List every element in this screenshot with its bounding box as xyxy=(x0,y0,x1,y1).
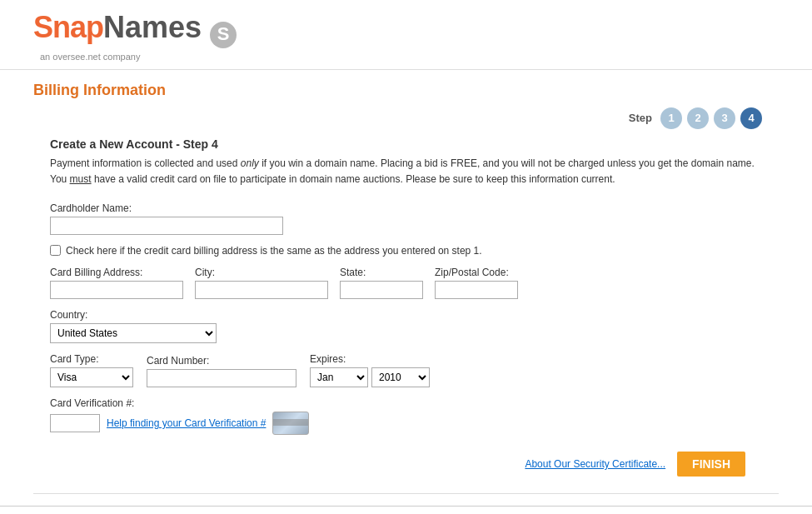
cvv-help-link[interactable]: Help finding your Card Verification # xyxy=(107,417,266,429)
expires-month-select[interactable]: Jan Feb Mar Apr May Jun Jul Aug Sep Oct … xyxy=(310,367,368,387)
zip-label: Zip/Postal Code: xyxy=(435,267,518,278)
city-label: City: xyxy=(195,267,328,278)
logo-tagline: an oversee.net company xyxy=(40,52,140,62)
card-number-input[interactable] xyxy=(147,369,296,387)
country-select[interactable]: United States Canada United Kingdom Aust… xyxy=(50,323,217,343)
logo-names: Names xyxy=(103,10,202,44)
city-input[interactable] xyxy=(195,281,328,299)
main-content: Create a New Account - Step 4 Payment in… xyxy=(0,137,812,493)
logo-icon: S xyxy=(208,20,238,50)
same-address-checkbox[interactable] xyxy=(50,245,61,256)
step-4[interactable]: 4 xyxy=(740,107,762,129)
card-number-group: Card Number: xyxy=(147,355,296,387)
cardholder-group: Cardholder Name: xyxy=(50,202,762,235)
step-1[interactable]: 1 xyxy=(660,107,682,129)
billing-address-row: Card Billing Address: City: State: Zip/P… xyxy=(50,267,762,299)
footer-divider xyxy=(33,493,779,494)
cardholder-label: Cardholder Name: xyxy=(50,202,762,214)
logo-snap: Snap xyxy=(33,10,103,44)
page-title: Billing Information xyxy=(0,70,812,107)
section-title: Create a New Account - Step 4 xyxy=(50,137,762,151)
country-row: Country: United States Canada United Kin… xyxy=(50,309,762,343)
security-certificate-link[interactable]: About Our Security Certificate... xyxy=(525,458,665,470)
card-type-group: Card Type: Visa MasterCard American Expr… xyxy=(50,353,133,387)
expires-selects: Jan Feb Mar Apr May Jun Jul Aug Sep Oct … xyxy=(310,367,430,387)
billing-address-group: Card Billing Address: xyxy=(50,267,183,299)
billing-address-label: Card Billing Address: xyxy=(50,267,183,278)
step-2[interactable]: 2 xyxy=(687,107,709,129)
logo: SnapNames S an oversee.net company xyxy=(33,10,238,62)
expires-group: Expires: Jan Feb Mar Apr May Jun Jul Aug… xyxy=(310,353,430,387)
expires-year-select[interactable]: 2010 2011 2012 2013 2014 2015 xyxy=(371,367,430,387)
country-label: Country: xyxy=(50,309,762,321)
security-row: About Our Security Certificate... FINISH xyxy=(50,452,762,477)
cvv-label: Card Verification #: xyxy=(50,397,762,409)
card-type-label: Card Type: xyxy=(50,353,133,365)
card-verification-icon xyxy=(272,412,309,435)
cardholder-input[interactable] xyxy=(50,217,283,235)
step-label: Step xyxy=(629,112,652,124)
city-group: City: xyxy=(195,267,328,299)
card-row: Card Type: Visa MasterCard American Expr… xyxy=(50,353,762,387)
card-number-label: Card Number: xyxy=(147,355,296,367)
description: Payment information is collected and use… xyxy=(50,156,762,187)
header: SnapNames S an oversee.net company xyxy=(0,0,812,70)
zip-input[interactable] xyxy=(435,281,518,299)
cvv-input[interactable] xyxy=(50,414,100,432)
step-3[interactable]: 3 xyxy=(714,107,735,129)
step-indicator: Step 1 2 3 4 xyxy=(0,107,812,137)
svg-text:S: S xyxy=(217,23,229,44)
expires-label: Expires: xyxy=(310,353,430,365)
card-type-select[interactable]: Visa MasterCard American Express Discove… xyxy=(50,367,133,387)
state-group: State: xyxy=(340,267,423,299)
same-address-row: Check here if the credit card billing ad… xyxy=(50,245,762,257)
state-input[interactable] xyxy=(340,281,423,299)
finish-button[interactable]: FINISH xyxy=(677,452,745,477)
billing-address-input[interactable] xyxy=(50,281,183,299)
same-address-label: Check here if the credit card billing ad… xyxy=(66,245,482,257)
cvv-help: Help finding your Card Verification # xyxy=(50,412,762,435)
state-label: State: xyxy=(340,267,423,278)
zip-group: Zip/Postal Code: xyxy=(435,267,518,299)
cvv-row: Card Verification #: Help finding your C… xyxy=(50,397,762,435)
footer: Home | About SnapNames | FAQ | Support |… xyxy=(0,506,812,514)
